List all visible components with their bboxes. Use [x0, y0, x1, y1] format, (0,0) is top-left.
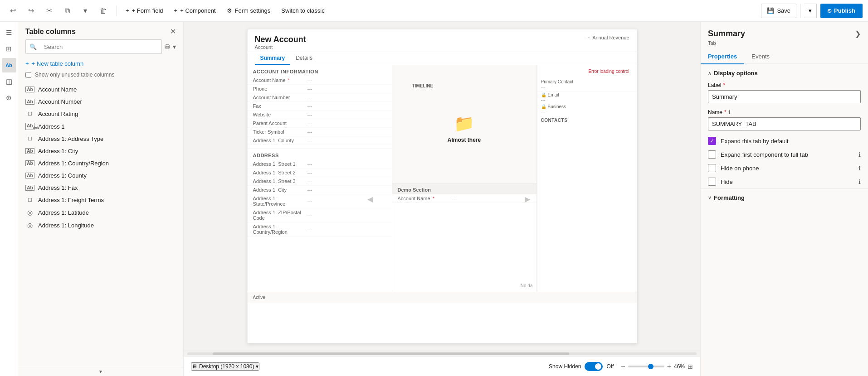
email-value: ---: [541, 97, 633, 102]
panel-close-button[interactable]: ✕: [170, 27, 176, 36]
publish-button[interactable]: ⎋ Publish: [820, 4, 863, 18]
fit-button[interactable]: ⊞: [688, 363, 693, 370]
side-layers-button[interactable]: ◫: [2, 74, 16, 89]
side-menu-button[interactable]: ☰: [2, 25, 16, 40]
field-label: Address 1: City: [253, 187, 307, 193]
expand-default-row[interactable]: Expand this tab by default: [701, 134, 868, 148]
column-icon-ab: Ab: [25, 99, 34, 105]
form-body: ACCOUNT INFORMATION Account Name * --- P…: [248, 65, 637, 292]
column-label: Address 1: Freight Terms: [38, 197, 104, 203]
name-field: Name * ℹ: [701, 107, 868, 134]
list-item[interactable]: Ab Address 1: City: [18, 145, 183, 157]
tab-summary[interactable]: Summary: [255, 52, 291, 65]
field-value: ---: [307, 86, 386, 92]
form-field-button[interactable]: + + Form field: [122, 4, 167, 18]
list-item[interactable]: ☐ Account Rating: [18, 108, 183, 120]
new-column-label: + New table column: [32, 60, 84, 67]
tab-events[interactable]: Events: [744, 49, 777, 64]
list-item[interactable]: Ab Account Number: [18, 96, 183, 108]
side-component-button[interactable]: ⊕: [2, 91, 16, 105]
component-button[interactable]: + + Component: [171, 4, 219, 18]
expand-default-checkbox[interactable]: [708, 137, 716, 145]
form-settings-label: Form settings: [235, 7, 271, 14]
side-grid-button[interactable]: ⊞: [2, 42, 16, 56]
form-row: Parent Account ---: [248, 119, 392, 128]
side-ab-button[interactable]: Ab: [2, 58, 16, 72]
formatting-header[interactable]: ∨ Formatting: [701, 188, 868, 205]
search-input[interactable]: [40, 43, 161, 50]
save-split: [800, 4, 800, 18]
form-bottom-bar: Active: [248, 292, 637, 303]
new-column-button[interactable]: + + New table column: [18, 58, 183, 70]
name-input[interactable]: [708, 117, 861, 130]
zoom-slider[interactable]: [628, 366, 664, 367]
field-value: ---: [307, 112, 386, 117]
field-label: Address 1: State/Province: [253, 196, 307, 207]
save-dropdown-button[interactable]: ▾: [804, 4, 817, 18]
form-settings-button[interactable]: ⚙ Form settings: [223, 4, 274, 18]
display-options-chevron: ∧: [708, 71, 711, 76]
error-loading-text[interactable]: Error loading control: [585, 67, 633, 76]
label-input[interactable]: [708, 90, 861, 103]
zoom-in-button[interactable]: +: [667, 362, 671, 371]
column-icon-ab4: Ab: [25, 160, 34, 166]
filter-button[interactable]: ⛁: [165, 43, 170, 50]
list-item[interactable]: Ab Address 1: Fax: [18, 182, 183, 194]
sort-button[interactable]: ▾: [173, 43, 176, 50]
timeline-content: 📁 Almost there: [448, 92, 481, 165]
column-icon-freight: ☐: [25, 197, 34, 203]
list-item[interactable]: Abdef Address 1: [18, 120, 183, 133]
show-hidden-toggle[interactable]: [585, 362, 603, 371]
timeline-section: Timeline 📁 Almost there: [392, 65, 536, 183]
timeline-almost-text: Almost there: [448, 137, 481, 143]
hide-phone-row[interactable]: Hide on phone ℹ: [701, 161, 868, 175]
zoom-out-button[interactable]: −: [621, 362, 625, 371]
list-item[interactable]: Ab Address 1: County: [18, 169, 183, 182]
list-item[interactable]: ◎ Address 1: Longitude: [18, 219, 183, 231]
desktop-icon: 🖥: [192, 363, 197, 370]
device-selector[interactable]: 🖥 Desktop (1920 x 1080) ▾: [191, 362, 259, 371]
expand-full-row[interactable]: Expand first component to full tab ℹ: [701, 148, 868, 161]
list-item[interactable]: ☐ Address 1: Address Type: [18, 133, 183, 145]
switch-classic-button[interactable]: Switch to classic: [278, 4, 328, 18]
primary-contact-value: ---: [541, 84, 546, 89]
list-item[interactable]: ☐ Address 1: Freight Terms: [18, 194, 183, 206]
tab-details[interactable]: Details: [290, 52, 318, 65]
middle-column: Timeline 📁 Almost there Demo Section Acc…: [392, 65, 537, 292]
h-scroll-track[interactable]: [187, 352, 697, 355]
field-label: Address 1: Street 2: [253, 170, 307, 175]
expand-full-info-icon[interactable]: ℹ: [858, 151, 861, 158]
hide-phone-checkbox[interactable]: [708, 164, 716, 172]
dropdown-button[interactable]: ▾: [78, 4, 93, 18]
hide-phone-info-icon[interactable]: ℹ: [858, 165, 861, 172]
redo-button[interactable]: ↪: [24, 4, 38, 18]
props-tabs: Properties Events: [701, 49, 868, 64]
list-item[interactable]: Ab Account Name: [18, 83, 183, 96]
tab-properties[interactable]: Properties: [701, 49, 744, 64]
undo-button[interactable]: ↩: [5, 4, 20, 18]
list-item[interactable]: ◎ Address 1: Latitude: [18, 206, 183, 219]
delete-button[interactable]: 🗑: [96, 4, 111, 18]
props-expand-button[interactable]: ❯: [855, 29, 861, 38]
expand-full-checkbox[interactable]: [708, 150, 716, 159]
cut-button[interactable]: ✂: [42, 4, 56, 18]
list-item[interactable]: Ab Address 1: Country/Region: [18, 157, 183, 169]
display-options-header[interactable]: ∧ Display options: [701, 64, 868, 80]
hide-checkbox[interactable]: [708, 178, 716, 186]
h-scroll-thumb[interactable]: [213, 352, 569, 355]
copy-button[interactable]: ⧉: [60, 4, 74, 18]
canvas-scroll-area[interactable]: ◀ New Account Account ··· Annual Revenue…: [184, 22, 700, 351]
toggle-state-label: Off: [606, 363, 614, 370]
form-row: Account Number ---: [248, 93, 392, 102]
h-scroll-bar[interactable]: [184, 351, 700, 356]
field-value: ---: [307, 187, 386, 193]
name-info-icon[interactable]: ℹ: [728, 109, 731, 116]
show-unused-checkbox[interactable]: [25, 72, 31, 78]
hide-row[interactable]: Hide ℹ: [701, 175, 868, 188]
save-button[interactable]: 💾 Save: [761, 4, 796, 18]
business-label: 🔒 Business: [541, 104, 633, 109]
email-row: 🔒 Email ---: [537, 92, 637, 103]
form-field-icon: +: [126, 7, 129, 14]
search-box: 🔍: [25, 39, 162, 54]
hide-info-icon[interactable]: ℹ: [858, 178, 861, 185]
